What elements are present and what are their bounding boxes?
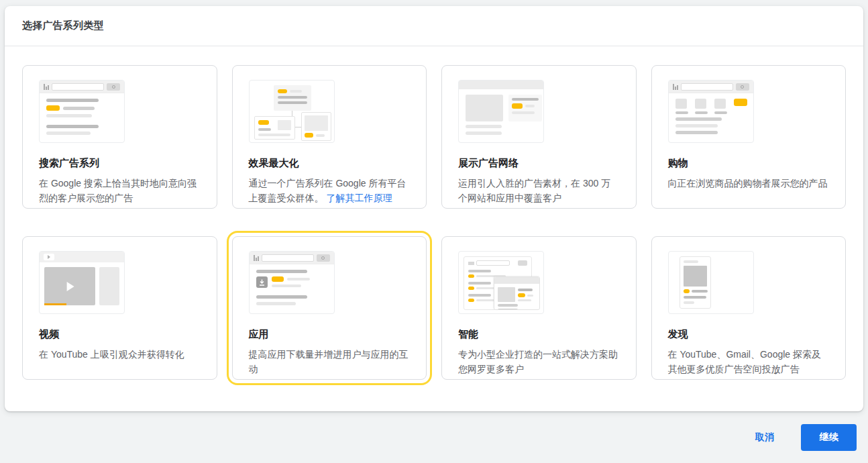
progress-bar-graphic xyxy=(44,303,66,305)
card-title: 搜索广告系列 xyxy=(39,157,201,170)
campaign-card-video[interactable]: 视频 在 YouTube 上吸引观众并获得转化 xyxy=(22,236,217,380)
card-description: 在 YouTube 上吸引观众并获得转化 xyxy=(39,347,201,362)
dialog-title: 选择广告系列类型 xyxy=(22,19,104,32)
discovery-thumbnail xyxy=(668,251,754,314)
card-description: 通过一个广告系列在 Google 所有平台上覆盖受众群体。 了解其工作原理 xyxy=(249,176,411,205)
card-title: 购物 xyxy=(668,157,830,170)
campaign-type-grid: 搜索广告系列 在 Google 搜索上恰当其时地向意向强烈的客户展示您的广告 效… xyxy=(5,46,863,380)
card-description: 在 Google 搜索上恰当其时地向意向强烈的客户展示您的广告 xyxy=(39,176,201,205)
learn-more-link[interactable]: 了解其工作原理 xyxy=(326,193,392,203)
card-description: 提高应用下载量并增进用户与应用的互动 xyxy=(249,347,411,376)
shopping-thumbnail xyxy=(668,80,754,143)
logo-bars-icon xyxy=(44,84,49,90)
search-box-graphic xyxy=(262,254,314,262)
campaign-card-shopping[interactable]: 购物 向正在浏览商品的购物者展示您的产品 xyxy=(651,65,847,209)
download-icon xyxy=(256,276,268,288)
ad-badge-graphic xyxy=(734,99,747,106)
performance-max-thumbnail xyxy=(249,80,335,143)
search-icon xyxy=(107,83,120,91)
campaign-card-app[interactable]: 应用 提高应用下载量并增进用户与应用的互动 xyxy=(232,236,427,380)
ad-badge-graphic xyxy=(468,299,474,302)
campaign-card-discovery[interactable]: 发现 在 YouTube、Gmail、Google 探索及其他更多优质广告空间投… xyxy=(651,236,847,380)
campaign-card-smart[interactable]: 智能 专为小型企业打造的一站式解决方案助您网罗更多客户 xyxy=(441,236,637,380)
search-campaign-thumbnail xyxy=(39,80,125,143)
card-title: 展示广告网络 xyxy=(458,157,620,170)
smart-campaign-thumbnail xyxy=(458,251,544,314)
ad-badge-graphic xyxy=(512,103,523,109)
cancel-button[interactable]: 取消 xyxy=(749,426,781,449)
logo-bars-icon xyxy=(254,255,259,261)
ad-badge-graphic xyxy=(305,133,313,138)
display-network-thumbnail xyxy=(458,80,544,143)
search-box-graphic xyxy=(681,83,733,91)
card-title: 视频 xyxy=(39,328,201,341)
campaign-card-search[interactable]: 搜索广告系列 在 Google 搜索上恰当其时地向意向强烈的客户展示您的广告 xyxy=(22,65,217,209)
video-player-graphic xyxy=(44,267,95,305)
dialog-header: 选择广告系列类型 xyxy=(5,6,863,46)
card-description: 专为小型企业打造的一站式解决方案助您网罗更多客户 xyxy=(458,347,620,376)
video-thumbnail xyxy=(39,251,125,314)
search-icon xyxy=(317,254,330,262)
ad-badge-graphic xyxy=(278,89,287,93)
card-description: 向正在浏览商品的购物者展示您的产品 xyxy=(668,176,830,191)
search-icon xyxy=(736,83,749,91)
card-title: 效果最大化 xyxy=(249,157,411,170)
youtube-badge-icon xyxy=(44,254,54,260)
card-description: 运用引人入胜的广告素材，在 300 万个网站和应用中覆盖客户 xyxy=(458,176,620,205)
ad-badge-graphic xyxy=(684,289,690,293)
app-campaign-thumbnail xyxy=(249,251,335,314)
feed-card-graphic xyxy=(680,256,711,309)
card-title: 应用 xyxy=(249,328,411,341)
search-box-graphic xyxy=(52,83,104,91)
logo-bars-icon xyxy=(673,84,678,90)
campaign-card-performance-max[interactable]: 效果最大化 通过一个广告系列在 Google 所有平台上覆盖受众群体。 了解其工… xyxy=(232,65,427,209)
continue-button[interactable]: 继续 xyxy=(801,424,857,451)
play-icon xyxy=(67,282,74,291)
card-title: 智能 xyxy=(458,328,620,341)
campaign-type-dialog: 选择广告系列类型 搜索广告系列 在 Google 搜索上恰当其时地向意向强烈的客… xyxy=(5,6,863,411)
ad-badge-graphic xyxy=(46,105,60,111)
campaign-card-display[interactable]: 展示广告网络 运用引人入胜的广告素材，在 300 万个网站和应用中覆盖客户 xyxy=(441,65,637,209)
ad-badge-graphic xyxy=(272,276,284,282)
ad-badge-graphic xyxy=(518,293,525,297)
ad-badge-graphic xyxy=(468,274,474,278)
card-description: 在 YouTube、Gmail、Google 探索及其他更多优质广告空间投放广告 xyxy=(668,347,830,376)
ad-badge-graphic xyxy=(468,287,474,290)
card-title: 发现 xyxy=(668,328,830,341)
dialog-footer: 取消 继续 xyxy=(0,411,868,463)
